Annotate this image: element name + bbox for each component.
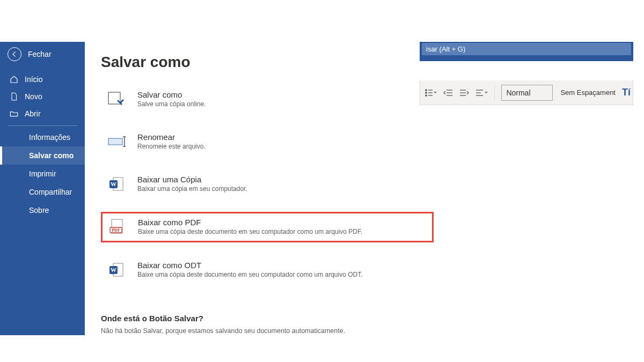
toolbar-separator	[494, 85, 495, 100]
svg-text:PDF: PDF	[112, 228, 120, 233]
folder-open-icon	[10, 109, 18, 118]
tell-me-search[interactable]: isar (Alt + G)	[422, 43, 631, 55]
option-download-odt[interactable]: W Baixar como ODT Baixe uma cópia deste …	[101, 255, 434, 285]
svg-point-16	[426, 92, 427, 93]
primary-nav: Início Novo Abrir	[0, 71, 85, 122]
option-title: Baixar como PDF	[138, 218, 362, 227]
home-icon	[10, 75, 18, 84]
toolbar: Normal Sem Espaçament Tí	[420, 80, 633, 105]
info-heading: Onde está o Botão Salvar?	[101, 314, 434, 323]
rename-icon	[107, 134, 126, 150]
sidebar: Fechar Início Novo Abrir Informações Sal…	[0, 42, 85, 335]
save-button-info: Onde está o Botão Salvar? Não há botão S…	[101, 314, 434, 335]
svg-rect-0	[108, 92, 120, 104]
ribbon-snippet: isar (Alt + G) Normal Sem Espaçament Tí	[420, 42, 633, 105]
style-normal[interactable]: Normal	[501, 85, 553, 101]
secondary-nav: Informações Salvar como Imprimir Compart…	[0, 128, 85, 219]
option-download-copy[interactable]: W Baixar uma Cópia Baixar uma cópia em s…	[101, 169, 434, 199]
nav-about[interactable]: Sobre	[0, 201, 85, 219]
page-title: Salvar como	[101, 54, 434, 71]
nav-divider	[8, 125, 77, 126]
option-title: Baixar como ODT	[137, 261, 363, 270]
search-bar-wrap: isar (Alt + G)	[420, 42, 633, 61]
back-arrow-icon	[8, 47, 21, 61]
option-title: Baixar uma Cópia	[137, 175, 247, 184]
close-label: Fechar	[28, 50, 52, 58]
back-close-button[interactable]: Fechar	[0, 42, 85, 68]
search-placeholder-text: isar (Alt + G)	[426, 45, 465, 53]
nav-print[interactable]: Imprimir	[0, 165, 85, 183]
nav-info[interactable]: Informações	[0, 128, 85, 146]
option-desc: Baixe uma cópia deste documento em seu c…	[138, 228, 362, 235]
svg-rect-1	[108, 138, 122, 145]
style-no-spacing[interactable]: Sem Espaçament	[556, 85, 618, 101]
option-rename[interactable]: Renomear Renomeie este arquivo.	[101, 127, 434, 157]
svg-text:W: W	[111, 181, 116, 187]
nav-home[interactable]: Início	[0, 71, 85, 88]
bullet-list-dropdown[interactable]	[422, 86, 439, 100]
nav-share[interactable]: Compartilhar	[0, 183, 85, 201]
main-content: Salvar como Salvar como Salve uma cópia …	[101, 54, 434, 335]
option-title: Renomear	[137, 132, 206, 142]
style-title-fragment[interactable]: Tí	[622, 87, 631, 98]
option-download-pdf[interactable]: PDF Baixar como PDF Baixe uma cópia dest…	[101, 212, 434, 242]
option-desc: Baixar uma cópia em seu computador.	[137, 185, 247, 193]
odt-doc-icon: W	[107, 262, 126, 278]
pdf-doc-icon: PDF	[108, 219, 126, 235]
option-title: Salvar como	[137, 90, 206, 99]
nav-save-as[interactable]: Salvar como	[0, 146, 85, 165]
increase-indent-button[interactable]	[458, 86, 471, 100]
nav-open[interactable]: Abrir	[0, 105, 85, 122]
align-dropdown[interactable]	[474, 86, 491, 100]
option-desc: Salve uma cópia online.	[137, 100, 206, 108]
nav-home-label: Início	[25, 75, 42, 84]
nav-open-label: Abrir	[25, 109, 41, 118]
option-desc: Baixe uma cópia deste documento em seu c…	[137, 271, 363, 278]
style-no-spacing-label: Sem Espaçament	[560, 88, 616, 97]
save-options-list: Salvar como Salve uma cópia online. Reno…	[101, 85, 434, 285]
style-normal-label: Normal	[506, 88, 530, 97]
save-as-icon	[107, 91, 126, 107]
option-desc: Renomeie este arquivo.	[137, 143, 206, 150]
word-doc-icon: W	[107, 176, 126, 192]
svg-text:W: W	[111, 267, 116, 273]
svg-point-18	[426, 94, 427, 95]
document-icon	[10, 92, 18, 101]
info-body: Não há botão Salvar, porque estamos salv…	[101, 327, 434, 335]
nav-new[interactable]: Novo	[0, 88, 85, 105]
decrease-indent-button[interactable]	[442, 86, 455, 100]
nav-new-label: Novo	[25, 92, 42, 101]
option-save-as[interactable]: Salvar como Salve uma cópia online.	[101, 85, 434, 114]
svg-point-14	[426, 89, 427, 90]
